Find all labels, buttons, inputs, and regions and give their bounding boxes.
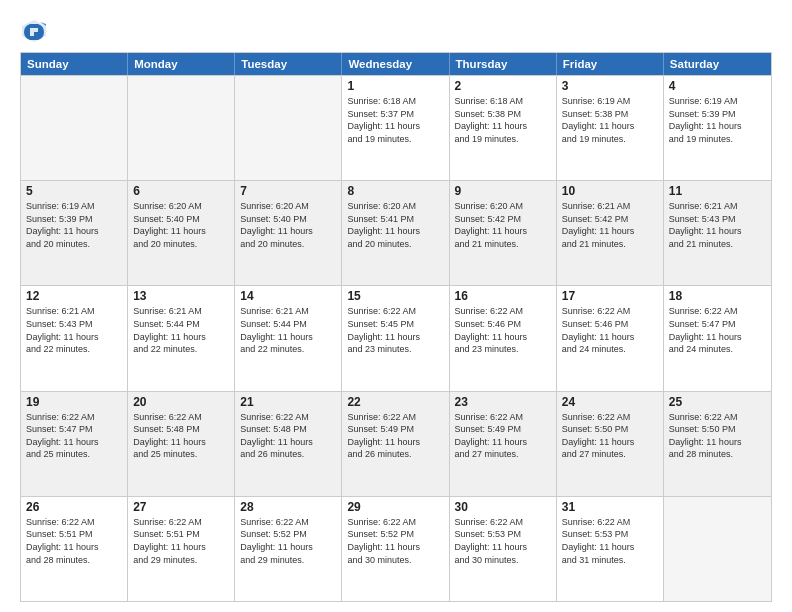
day-info: Sunrise: 6:22 AM Sunset: 5:53 PM Dayligh… [455, 516, 551, 566]
calendar-cell: 9Sunrise: 6:20 AM Sunset: 5:42 PM Daylig… [450, 181, 557, 285]
calendar-cell: 20Sunrise: 6:22 AM Sunset: 5:48 PM Dayli… [128, 392, 235, 496]
day-number: 18 [669, 289, 766, 303]
day-number: 16 [455, 289, 551, 303]
day-number: 4 [669, 79, 766, 93]
day-number: 12 [26, 289, 122, 303]
day-info: Sunrise: 6:20 AM Sunset: 5:40 PM Dayligh… [133, 200, 229, 250]
day-number: 29 [347, 500, 443, 514]
day-info: Sunrise: 6:22 AM Sunset: 5:50 PM Dayligh… [669, 411, 766, 461]
calendar-row: 1Sunrise: 6:18 AM Sunset: 5:37 PM Daylig… [21, 75, 771, 180]
calendar-cell: 31Sunrise: 6:22 AM Sunset: 5:53 PM Dayli… [557, 497, 664, 601]
calendar-row: 26Sunrise: 6:22 AM Sunset: 5:51 PM Dayli… [21, 496, 771, 601]
calendar-cell: 22Sunrise: 6:22 AM Sunset: 5:49 PM Dayli… [342, 392, 449, 496]
day-info: Sunrise: 6:22 AM Sunset: 5:52 PM Dayligh… [240, 516, 336, 566]
day-number: 23 [455, 395, 551, 409]
calendar-cell: 16Sunrise: 6:22 AM Sunset: 5:46 PM Dayli… [450, 286, 557, 390]
day-info: Sunrise: 6:22 AM Sunset: 5:49 PM Dayligh… [347, 411, 443, 461]
day-info: Sunrise: 6:22 AM Sunset: 5:49 PM Dayligh… [455, 411, 551, 461]
day-info: Sunrise: 6:21 AM Sunset: 5:44 PM Dayligh… [133, 305, 229, 355]
day-info: Sunrise: 6:18 AM Sunset: 5:37 PM Dayligh… [347, 95, 443, 145]
day-number: 19 [26, 395, 122, 409]
calendar-header-cell: Tuesday [235, 53, 342, 75]
calendar-row: 19Sunrise: 6:22 AM Sunset: 5:47 PM Dayli… [21, 391, 771, 496]
calendar-cell: 30Sunrise: 6:22 AM Sunset: 5:53 PM Dayli… [450, 497, 557, 601]
day-number: 22 [347, 395, 443, 409]
day-info: Sunrise: 6:20 AM Sunset: 5:42 PM Dayligh… [455, 200, 551, 250]
day-number: 28 [240, 500, 336, 514]
calendar-cell: 4Sunrise: 6:19 AM Sunset: 5:39 PM Daylig… [664, 76, 771, 180]
day-info: Sunrise: 6:18 AM Sunset: 5:38 PM Dayligh… [455, 95, 551, 145]
calendar-header-row: SundayMondayTuesdayWednesdayThursdayFrid… [21, 53, 771, 75]
day-info: Sunrise: 6:22 AM Sunset: 5:46 PM Dayligh… [455, 305, 551, 355]
logo [20, 16, 52, 44]
calendar-cell: 6Sunrise: 6:20 AM Sunset: 5:40 PM Daylig… [128, 181, 235, 285]
day-info: Sunrise: 6:21 AM Sunset: 5:43 PM Dayligh… [26, 305, 122, 355]
calendar-cell: 25Sunrise: 6:22 AM Sunset: 5:50 PM Dayli… [664, 392, 771, 496]
day-number: 5 [26, 184, 122, 198]
day-info: Sunrise: 6:20 AM Sunset: 5:41 PM Dayligh… [347, 200, 443, 250]
calendar-cell: 24Sunrise: 6:22 AM Sunset: 5:50 PM Dayli… [557, 392, 664, 496]
day-number: 3 [562, 79, 658, 93]
day-info: Sunrise: 6:20 AM Sunset: 5:40 PM Dayligh… [240, 200, 336, 250]
day-number: 30 [455, 500, 551, 514]
day-number: 26 [26, 500, 122, 514]
day-info: Sunrise: 6:19 AM Sunset: 5:38 PM Dayligh… [562, 95, 658, 145]
day-info: Sunrise: 6:22 AM Sunset: 5:48 PM Dayligh… [133, 411, 229, 461]
calendar-cell: 11Sunrise: 6:21 AM Sunset: 5:43 PM Dayli… [664, 181, 771, 285]
calendar-cell: 8Sunrise: 6:20 AM Sunset: 5:41 PM Daylig… [342, 181, 449, 285]
calendar-cell: 15Sunrise: 6:22 AM Sunset: 5:45 PM Dayli… [342, 286, 449, 390]
header [20, 16, 772, 44]
day-number: 20 [133, 395, 229, 409]
day-info: Sunrise: 6:21 AM Sunset: 5:42 PM Dayligh… [562, 200, 658, 250]
calendar-cell: 17Sunrise: 6:22 AM Sunset: 5:46 PM Dayli… [557, 286, 664, 390]
day-info: Sunrise: 6:22 AM Sunset: 5:53 PM Dayligh… [562, 516, 658, 566]
day-number: 6 [133, 184, 229, 198]
calendar-header-cell: Friday [557, 53, 664, 75]
calendar-cell: 3Sunrise: 6:19 AM Sunset: 5:38 PM Daylig… [557, 76, 664, 180]
day-info: Sunrise: 6:22 AM Sunset: 5:52 PM Dayligh… [347, 516, 443, 566]
day-info: Sunrise: 6:21 AM Sunset: 5:44 PM Dayligh… [240, 305, 336, 355]
calendar-cell: 27Sunrise: 6:22 AM Sunset: 5:51 PM Dayli… [128, 497, 235, 601]
day-number: 14 [240, 289, 336, 303]
day-number: 7 [240, 184, 336, 198]
day-number: 13 [133, 289, 229, 303]
day-info: Sunrise: 6:19 AM Sunset: 5:39 PM Dayligh… [26, 200, 122, 250]
day-info: Sunrise: 6:22 AM Sunset: 5:51 PM Dayligh… [26, 516, 122, 566]
calendar-cell: 5Sunrise: 6:19 AM Sunset: 5:39 PM Daylig… [21, 181, 128, 285]
logo-icon [20, 16, 48, 44]
calendar-cell: 18Sunrise: 6:22 AM Sunset: 5:47 PM Dayli… [664, 286, 771, 390]
calendar-cell: 26Sunrise: 6:22 AM Sunset: 5:51 PM Dayli… [21, 497, 128, 601]
day-number: 27 [133, 500, 229, 514]
calendar-cell [235, 76, 342, 180]
calendar-cell: 19Sunrise: 6:22 AM Sunset: 5:47 PM Dayli… [21, 392, 128, 496]
day-number: 15 [347, 289, 443, 303]
calendar-cell: 28Sunrise: 6:22 AM Sunset: 5:52 PM Dayli… [235, 497, 342, 601]
calendar-cell: 7Sunrise: 6:20 AM Sunset: 5:40 PM Daylig… [235, 181, 342, 285]
calendar-cell: 12Sunrise: 6:21 AM Sunset: 5:43 PM Dayli… [21, 286, 128, 390]
calendar-cell [664, 497, 771, 601]
calendar-cell: 13Sunrise: 6:21 AM Sunset: 5:44 PM Dayli… [128, 286, 235, 390]
day-number: 31 [562, 500, 658, 514]
day-info: Sunrise: 6:22 AM Sunset: 5:46 PM Dayligh… [562, 305, 658, 355]
day-info: Sunrise: 6:22 AM Sunset: 5:48 PM Dayligh… [240, 411, 336, 461]
day-number: 9 [455, 184, 551, 198]
calendar-header-cell: Thursday [450, 53, 557, 75]
day-number: 10 [562, 184, 658, 198]
day-number: 21 [240, 395, 336, 409]
calendar-cell: 1Sunrise: 6:18 AM Sunset: 5:37 PM Daylig… [342, 76, 449, 180]
day-number: 25 [669, 395, 766, 409]
day-info: Sunrise: 6:22 AM Sunset: 5:45 PM Dayligh… [347, 305, 443, 355]
calendar-cell [21, 76, 128, 180]
calendar: SundayMondayTuesdayWednesdayThursdayFrid… [20, 52, 772, 602]
calendar-header-cell: Wednesday [342, 53, 449, 75]
calendar-cell: 29Sunrise: 6:22 AM Sunset: 5:52 PM Dayli… [342, 497, 449, 601]
calendar-row: 12Sunrise: 6:21 AM Sunset: 5:43 PM Dayli… [21, 285, 771, 390]
calendar-row: 5Sunrise: 6:19 AM Sunset: 5:39 PM Daylig… [21, 180, 771, 285]
calendar-cell [128, 76, 235, 180]
day-info: Sunrise: 6:22 AM Sunset: 5:51 PM Dayligh… [133, 516, 229, 566]
calendar-header-cell: Saturday [664, 53, 771, 75]
day-info: Sunrise: 6:19 AM Sunset: 5:39 PM Dayligh… [669, 95, 766, 145]
calendar-cell: 21Sunrise: 6:22 AM Sunset: 5:48 PM Dayli… [235, 392, 342, 496]
calendar-cell: 14Sunrise: 6:21 AM Sunset: 5:44 PM Dayli… [235, 286, 342, 390]
day-number: 17 [562, 289, 658, 303]
